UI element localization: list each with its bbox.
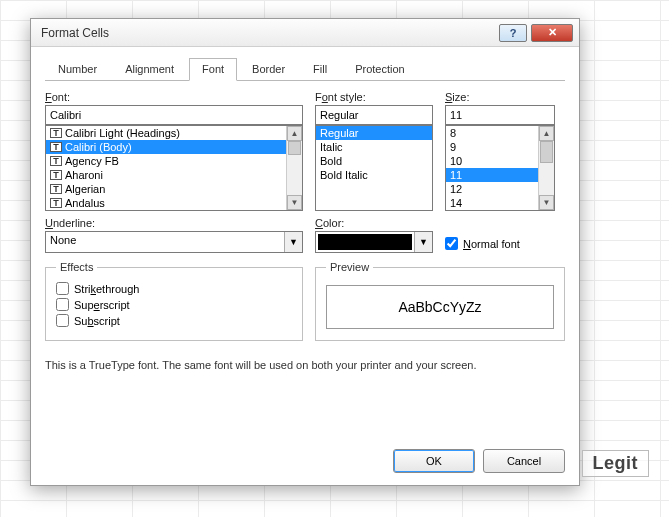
list-item[interactable]: TAgency FB (46, 154, 286, 168)
scrollbar[interactable]: ▲ ▼ (538, 126, 554, 210)
cancel-button[interactable]: Cancel (483, 449, 565, 473)
list-item[interactable]: 12 (446, 182, 538, 196)
subscript-input[interactable] (56, 314, 69, 327)
scroll-up-icon[interactable]: ▲ (287, 126, 302, 141)
fontstyle-input[interactable] (315, 105, 433, 125)
truetype-icon: T (50, 128, 62, 138)
list-item[interactable]: TAharoni (46, 168, 286, 182)
truetype-icon: T (50, 170, 62, 180)
list-item[interactable]: Regular (316, 126, 432, 140)
preview-sample: AaBbCcYyZz (326, 285, 554, 329)
truetype-icon: T (50, 156, 62, 166)
tab-alignment[interactable]: Alignment (112, 58, 187, 81)
effects-group: Effects Strikethrough Superscript Subscr… (45, 261, 303, 341)
scroll-down-icon[interactable]: ▼ (539, 195, 554, 210)
list-item[interactable]: TAlgerian (46, 182, 286, 196)
superscript-checkbox[interactable]: Superscript (56, 298, 292, 311)
ok-button[interactable]: OK (393, 449, 475, 473)
list-item[interactable]: Bold Italic (316, 168, 432, 182)
underline-combo[interactable]: None ▼ (45, 231, 303, 253)
tab-fill[interactable]: Fill (300, 58, 340, 81)
tab-strip: Number Alignment Font Border Fill Protec… (45, 57, 565, 81)
list-item[interactable]: TAndalus (46, 196, 286, 210)
underline-value: None (46, 232, 284, 252)
tab-border[interactable]: Border (239, 58, 298, 81)
tab-font[interactable]: Font (189, 58, 237, 81)
strikethrough-input[interactable] (56, 282, 69, 295)
format-cells-dialog: Format Cells ? ✕ Number Alignment Font B… (30, 18, 580, 486)
subscript-checkbox[interactable]: Subscript (56, 314, 292, 327)
size-label: Size: (445, 91, 555, 103)
normal-font-checkbox[interactable]: Normal font (445, 237, 555, 250)
color-label: Color: (315, 217, 433, 229)
strikethrough-checkbox[interactable]: Strikethrough (56, 282, 292, 295)
help-button[interactable]: ? (499, 24, 527, 42)
truetype-icon: T (50, 198, 62, 208)
scroll-up-icon[interactable]: ▲ (539, 126, 554, 141)
list-item[interactable]: TCalibri Light (Headings) (46, 126, 286, 140)
size-input[interactable] (445, 105, 555, 125)
scroll-down-icon[interactable]: ▼ (287, 195, 302, 210)
font-label: Font: (45, 91, 303, 103)
dialog-title: Format Cells (37, 26, 499, 40)
scrollbar[interactable]: ▲ ▼ (286, 126, 302, 210)
chevron-down-icon[interactable]: ▼ (284, 232, 302, 252)
list-item[interactable]: 8 (446, 126, 538, 140)
list-item[interactable]: TCalibri (Body) (46, 140, 286, 154)
superscript-input[interactable] (56, 298, 69, 311)
color-combo[interactable]: ▼ (315, 231, 433, 253)
scroll-thumb[interactable] (540, 141, 553, 163)
tab-number[interactable]: Number (45, 58, 110, 81)
list-item[interactable]: 14 (446, 196, 538, 210)
watermark: Legit (582, 450, 650, 477)
color-swatch (318, 234, 412, 250)
preview-legend: Preview (326, 261, 373, 273)
size-listbox[interactable]: 8 9 10 11 12 14 ▲ ▼ (445, 125, 555, 211)
list-item[interactable]: 9 (446, 140, 538, 154)
list-item[interactable]: 10 (446, 154, 538, 168)
truetype-icon: T (50, 142, 62, 152)
list-item[interactable]: Italic (316, 140, 432, 154)
fontstyle-label: Font style: (315, 91, 433, 103)
list-item[interactable]: 11 (446, 168, 538, 182)
underline-label: Underline: (45, 217, 303, 229)
chevron-down-icon[interactable]: ▼ (414, 232, 432, 252)
scroll-thumb[interactable] (288, 141, 301, 155)
tab-protection[interactable]: Protection (342, 58, 418, 81)
font-input[interactable] (45, 105, 303, 125)
close-button[interactable]: ✕ (531, 24, 573, 42)
preview-group: Preview AaBbCcYyZz (315, 261, 565, 341)
titlebar: Format Cells ? ✕ (31, 19, 579, 47)
list-item[interactable]: Bold (316, 154, 432, 168)
fontstyle-listbox[interactable]: Regular Italic Bold Bold Italic (315, 125, 433, 211)
normal-font-input[interactable] (445, 237, 458, 250)
effects-legend: Effects (56, 261, 97, 273)
truetype-icon: T (50, 184, 62, 194)
font-listbox[interactable]: TCalibri Light (Headings) TCalibri (Body… (45, 125, 303, 211)
footnote-text: This is a TrueType font. The same font w… (45, 359, 565, 371)
